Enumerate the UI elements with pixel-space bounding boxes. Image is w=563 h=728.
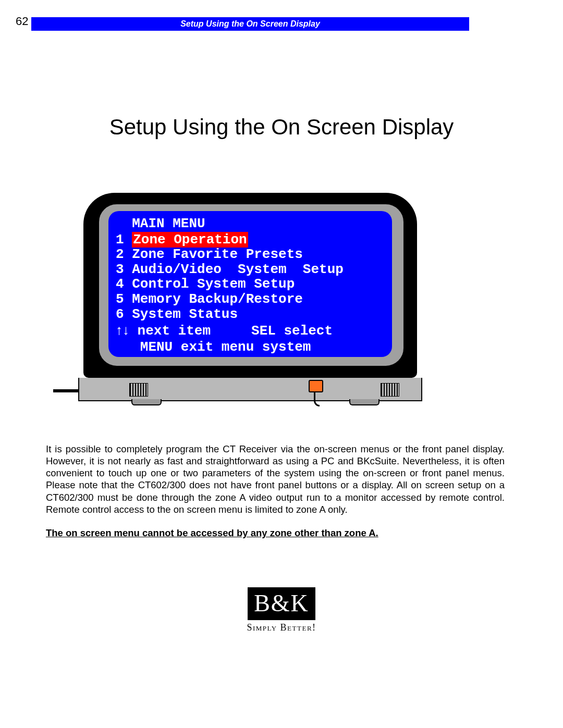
brand-logo: B&K Simply Better!: [0, 587, 563, 633]
menu-item-number: 4: [116, 276, 132, 292]
vent-icon: [129, 383, 148, 397]
osd-menu-item[interactable]: 3 Audio/Video System Setup: [108, 262, 392, 277]
device-base: [78, 378, 422, 401]
body-paragraph: It is possible to completely program the…: [46, 443, 505, 515]
osd-menu-item[interactable]: 5 Memory Backup/Restore: [108, 292, 392, 307]
osd-menu-list: 1 Zone Operation2 Zone Favorite Presets3…: [108, 232, 392, 322]
power-cord-icon: [53, 389, 79, 392]
menu-item-number: 6: [116, 306, 132, 322]
header-bar: Setup Using the On Screen Display: [31, 17, 469, 31]
osd-menu-item[interactable]: 6 System Status: [108, 307, 392, 322]
logo-mark: B&K: [248, 587, 315, 620]
menu-item-label: Memory Backup/Restore: [132, 291, 303, 307]
tv-illustration: MAIN MENU 1 Zone Operation2 Zone Favorit…: [83, 193, 422, 401]
page-title: Setup Using the On Screen Display: [0, 115, 563, 140]
osd-menu-item[interactable]: 1 Zone Operation: [108, 232, 392, 248]
menu-item-label: Zone Operation: [132, 232, 248, 248]
menu-item-number: 2: [116, 246, 132, 262]
vent-icon: [381, 383, 399, 397]
menu-item-label: Audio/Video System Setup: [132, 262, 344, 277]
osd-menu-item[interactable]: 4 Control System Setup: [108, 277, 392, 292]
osd-nav-line-1-text: next item SEL select: [129, 323, 333, 339]
logo-tagline: Simply Better!: [0, 622, 563, 633]
connector-icon: [309, 380, 323, 392]
osd-nav-line-1: ↑↓ next item SEL select: [108, 323, 392, 339]
header-text: Setup Using the On Screen Display: [180, 19, 320, 29]
osd-screen: MAIN MENU 1 Zone Operation2 Zone Favorit…: [108, 211, 392, 357]
osd-nav-line-2: MENU exit menu system: [108, 340, 392, 355]
up-down-arrows-icon: ↑↓: [116, 322, 129, 338]
menu-item-number: 1: [116, 232, 132, 248]
menu-item-number: 3: [116, 262, 132, 277]
foot-icon: [131, 399, 162, 405]
menu-item-label: System Status: [132, 306, 238, 322]
osd-title: MAIN MENU: [108, 216, 392, 231]
crt-bezel: MAIN MENU 1 Zone Operation2 Zone Favorit…: [83, 193, 417, 378]
menu-item-number: 5: [116, 291, 132, 307]
foot-icon: [349, 399, 380, 405]
osd-menu-item[interactable]: 2 Zone Favorite Presets: [108, 247, 392, 262]
menu-item-label: Control System Setup: [132, 276, 295, 292]
body-copy: It is possible to completely program the…: [46, 443, 505, 539]
page-number: 62: [16, 15, 28, 28]
menu-item-label: Zone Favorite Presets: [132, 246, 303, 262]
body-note: The on screen menu cannot be accessed by…: [46, 527, 505, 539]
